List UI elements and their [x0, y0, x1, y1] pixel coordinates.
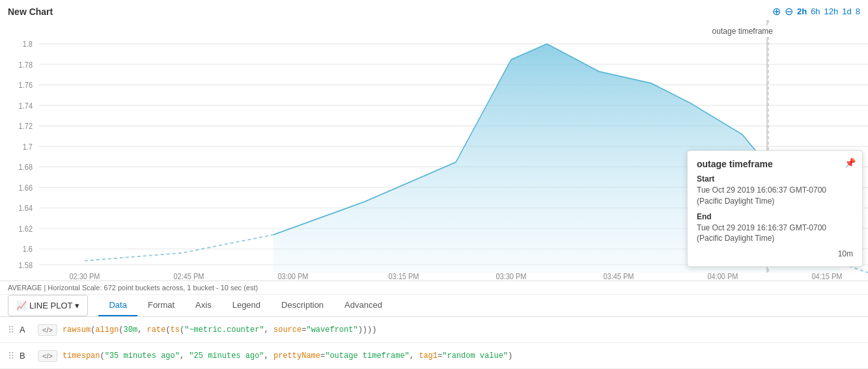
query-text-a: rawsum(align(30m, rate(ts("~metric.count…	[63, 325, 860, 335]
chart-type-label: LINE PLOT	[29, 301, 72, 310]
outage-end-label: End	[697, 212, 853, 221]
line-plot-icon: 📈	[16, 301, 27, 310]
svg-text:1.72: 1.72	[19, 121, 33, 131]
chevron-down-icon: ▾	[75, 301, 79, 310]
query-row-a: ⠿ A </> rawsum(align(30m, rate(ts("~metr…	[0, 317, 868, 343]
drag-handle-b[interactable]: ⠿	[8, 351, 14, 361]
svg-text:1.64: 1.64	[19, 203, 33, 213]
svg-text:1.66: 1.66	[19, 183, 33, 193]
svg-text:03:30 PM: 03:30 PM	[496, 271, 526, 280]
svg-text:03:15 PM: 03:15 PM	[388, 271, 419, 280]
time-12h[interactable]: 12h	[824, 7, 839, 16]
tab-format[interactable]: Format	[137, 295, 185, 316]
outage-duration: 10m	[697, 249, 853, 258]
svg-text:03:45 PM: 03:45 PM	[603, 271, 634, 280]
svg-text:02:45 PM: 02:45 PM	[173, 271, 204, 280]
time-1d[interactable]: 1d	[842, 7, 851, 16]
tab-legend[interactable]: Legend	[222, 295, 271, 316]
time-6h[interactable]: 6h	[811, 7, 820, 16]
tab-axis[interactable]: Axis	[185, 295, 222, 316]
zoom-out-icon[interactable]: ⊖	[785, 5, 793, 18]
svg-text:1.7: 1.7	[23, 142, 33, 152]
tab-advanced[interactable]: Advanced	[334, 295, 393, 316]
code-toggle-b[interactable]: </>	[38, 350, 57, 362]
svg-text:1.6: 1.6	[23, 244, 33, 254]
app-container: New Chart ⊕ ⊖ 2h 6h 12h 1d 8	[0, 0, 868, 369]
time-8[interactable]: 8	[856, 7, 860, 16]
query-label-a: A	[20, 325, 33, 335]
svg-text:04:00 PM: 04:00 PM	[707, 271, 738, 280]
svg-text:1.68: 1.68	[19, 162, 33, 172]
outage-start-value: Tue Oct 29 2019 16:06:37 GMT-0700 (Pacif…	[697, 185, 853, 207]
query-label-b: B	[20, 351, 33, 361]
outage-panel-title: outage timeframe	[697, 159, 853, 169]
tab-description[interactable]: Description	[271, 295, 334, 316]
svg-text:1.74: 1.74	[19, 101, 33, 111]
zoom-in-icon[interactable]: ⊕	[772, 5, 781, 18]
query-rows: ⠿ A </> rawsum(align(30m, rate(ts("~metr…	[0, 317, 868, 369]
svg-text:1.8: 1.8	[23, 39, 33, 49]
outage-timeframe-label: outage timeframe	[708, 25, 777, 37]
outage-end-value: Tue Oct 29 2019 16:16:37 GMT-0700 (Pacif…	[697, 223, 853, 245]
outage-start-label: Start	[697, 174, 853, 184]
outage-end-field: End Tue Oct 29 2019 16:16:37 GMT-0700 (P…	[697, 212, 853, 245]
chart-title: New Chart	[8, 7, 53, 17]
svg-text:1.62: 1.62	[19, 224, 33, 234]
tab-data[interactable]: Data	[98, 295, 137, 316]
svg-text:1.78: 1.78	[19, 60, 33, 70]
code-toggle-a[interactable]: </>	[38, 324, 57, 336]
chart-header: New Chart ⊕ ⊖ 2h 6h 12h 1d 8	[0, 0, 868, 20]
chart-area: 1.8 1.78 1.76 1.74 1.72 1.7 1.68 1.66 1.…	[0, 20, 868, 281]
outage-panel: outage timeframe 📌 Start Tue Oct 29 2019…	[687, 150, 863, 267]
svg-text:04:15 PM: 04:15 PM	[811, 271, 842, 280]
outage-start-field: Start Tue Oct 29 2019 16:06:37 GMT-0700 …	[697, 174, 853, 207]
svg-text:1.76: 1.76	[19, 80, 33, 90]
svg-text:02:30 PM: 02:30 PM	[69, 271, 100, 280]
query-row-b: ⠿ B </> timespan("35 minutes ago", "25 m…	[0, 343, 868, 369]
time-controls: ⊕ ⊖ 2h 6h 12h 1d 8	[772, 5, 860, 18]
status-text: AVERAGE | Horizontal Scale: 672 point bu…	[8, 284, 258, 292]
time-2h[interactable]: 2h	[797, 7, 807, 16]
query-text-b: timespan("35 minutes ago", "25 minutes a…	[63, 351, 860, 361]
status-bar: AVERAGE | Horizontal Scale: 672 point bu…	[0, 281, 868, 295]
drag-handle-a[interactable]: ⠿	[8, 325, 14, 335]
svg-text:03:00 PM: 03:00 PM	[277, 271, 308, 280]
chart-type-button[interactable]: 📈 LINE PLOT ▾	[8, 295, 88, 316]
tabs-row: 📈 LINE PLOT ▾ Data Format Axis Legend De…	[0, 295, 868, 317]
svg-text:1.58: 1.58	[19, 260, 33, 270]
pin-icon[interactable]: 📌	[845, 157, 856, 168]
